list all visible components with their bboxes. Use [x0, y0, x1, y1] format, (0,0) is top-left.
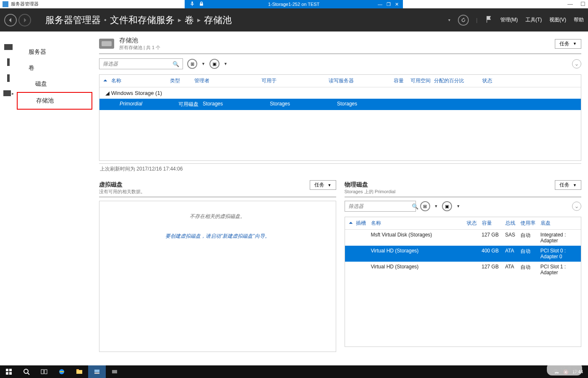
pdisk-save-button[interactable]: ▣	[442, 201, 452, 211]
svg-rect-6	[41, 370, 44, 374]
pool-header: 存储池 所有存储池 | 共 1 个 任务▼	[99, 37, 581, 54]
svg-line-5	[28, 373, 29, 375]
menu-help[interactable]: 帮助	[574, 16, 584, 24]
sidebar-item-disks[interactable]: 磁盘	[17, 76, 92, 92]
vdisk-empty-area: 不存在相关的虚拟磁盘。 要创建虚拟磁盘，请启动"新建虚拟磁盘"向导。	[99, 201, 336, 352]
sidebar: 服务器 卷 磁盘 存储池	[17, 32, 92, 368]
sidebar-item-servers[interactable]: 服务器	[17, 44, 92, 60]
pool-filter-field[interactable]	[103, 61, 172, 67]
search-icon[interactable]: 🔍	[412, 203, 418, 210]
window-maximize[interactable]: ☐	[580, 1, 585, 7]
pdisk-table: ⏶ 插槽 名称 状态 容量 总线 使用率 底盘 Msft Virtual Dis…	[345, 217, 582, 347]
col-slot[interactable]: 插槽	[356, 220, 371, 227]
svg-rect-12	[94, 373, 99, 374]
col-capacity[interactable]: 容量	[482, 220, 505, 227]
pool-filter-input[interactable]: 🔍	[99, 58, 183, 69]
pin-icon[interactable]	[190, 1, 195, 7]
window-minimize[interactable]: —	[567, 1, 573, 7]
breadcrumb-item[interactable]: 卷	[185, 14, 194, 26]
nav-back-button[interactable]	[4, 14, 17, 26]
taskbar: 🖧 🔇 17:44	[0, 365, 588, 378]
start-button[interactable]	[0, 365, 18, 378]
lock-icon[interactable]	[199, 1, 204, 7]
strip-volumes-icon[interactable]	[7, 74, 10, 82]
col-available-to[interactable]: 可用于	[261, 77, 329, 84]
col-allocated-pct[interactable]: 分配的百分比	[434, 77, 482, 84]
notifications-flag-icon[interactable]	[485, 16, 493, 24]
vdisk-wizard-link[interactable]: 要创建虚拟磁盘，请启动"新建虚拟磁盘"向导。	[108, 233, 327, 240]
col-manager[interactable]: 管理者	[194, 77, 261, 84]
menu-view[interactable]: 视图(V)	[549, 16, 566, 24]
refresh-button[interactable]	[458, 15, 469, 26]
ie-taskbar-icon[interactable]	[53, 365, 71, 378]
vm-close-icon[interactable]: ✕	[395, 2, 399, 7]
col-free[interactable]: 可用空间	[410, 77, 434, 84]
col-chassis[interactable]: 底盘	[541, 220, 578, 227]
search-icon[interactable]: 🔍	[172, 61, 179, 67]
col-capacity[interactable]: 容量	[394, 77, 410, 84]
col-rw-server[interactable]: 读写服务器	[329, 77, 394, 84]
breadcrumb-dropdown[interactable]: ▾	[448, 18, 450, 22]
header: 服务器管理器• 文件和存储服务▸ 卷▸ 存储池 ▾ | 管理(M) 工具(T) …	[0, 8, 588, 32]
pool-table: ⏶ 名称 类型 管理者 可用于 读写服务器 容量 可用空间 分配的百分比 状态 …	[99, 74, 581, 161]
nav-forward-button[interactable]	[18, 14, 31, 26]
pdisk-table-header: ⏶ 插槽 名称 状态 容量 总线 使用率 底盘	[345, 217, 581, 230]
sort-icon[interactable]: ⏶	[348, 220, 356, 227]
svg-rect-11	[94, 370, 99, 372]
pool-group-header[interactable]: ◢ Windows Storage (1)	[99, 87, 581, 99]
col-name[interactable]: 名称	[371, 220, 467, 227]
cloud-icon: ☁	[551, 365, 559, 374]
svg-rect-0	[6, 369, 8, 371]
strip-dashboard-icon[interactable]	[4, 44, 13, 50]
strip-caret-icon[interactable]: ▸	[12, 91, 14, 96]
sidebar-item-storage-pools[interactable]: 存储池	[17, 92, 92, 110]
server-manager-taskbar-icon[interactable]	[88, 365, 106, 378]
pdisk-row[interactable]: Msft Virtual Disk (Storages)127 GBSAS自动I…	[345, 230, 581, 246]
vm-restore-icon[interactable]: ❐	[387, 2, 391, 7]
pdisk-filter-field[interactable]	[348, 203, 412, 209]
pdisk-subtitle: Storages 上的 Primordial	[345, 189, 396, 195]
col-bus[interactable]: 总线	[505, 220, 520, 227]
pool-expand-button[interactable]: ⌵	[572, 59, 581, 68]
pdisk-tasks-button[interactable]: 任务▼	[555, 180, 581, 190]
icon-strip: ▸	[0, 32, 17, 368]
watermark: ☁ 亿速云	[547, 363, 582, 375]
explorer-taskbar-icon[interactable]	[71, 365, 88, 378]
col-status[interactable]: 状态	[482, 77, 507, 84]
col-type[interactable]: 类型	[170, 77, 194, 84]
sidebar-item-volumes[interactable]: 卷	[17, 60, 92, 76]
pool-view-button[interactable]: ⊞	[187, 59, 197, 69]
pool-row[interactable]: Primordial 可用磁盘 Storages Storages Storag…	[99, 99, 581, 110]
vdisk-tasks-button[interactable]: 任务▼	[310, 180, 336, 190]
vdisk-empty-message: 不存在相关的虚拟磁盘。	[108, 213, 327, 220]
pdisk-row[interactable]: Virtual HD (Storages)400 GBATA自动PCI Slot…	[345, 246, 581, 262]
pdisk-expand-button[interactable]: ⌵	[572, 202, 581, 211]
pdisk-row[interactable]: Virtual HD (Storages)127 GBATA自动PCI Slot…	[345, 262, 581, 278]
vm-minimize-icon[interactable]: —	[378, 2, 382, 7]
strip-servers-icon[interactable]	[7, 58, 10, 66]
svg-rect-1	[9, 369, 12, 371]
task-view-button[interactable]	[35, 365, 53, 378]
breadcrumb-item[interactable]: 存储池	[204, 14, 232, 26]
breadcrumb-item[interactable]: 文件和存储服务	[110, 14, 175, 26]
pdisk-title: 物理磁盘	[345, 181, 396, 189]
pool-tasks-button[interactable]: 任务▼	[555, 39, 581, 49]
svg-rect-3	[9, 372, 12, 375]
col-usage[interactable]: 使用率	[520, 220, 541, 227]
pdisk-view-button[interactable]: ⊞	[420, 201, 430, 211]
pool-save-button[interactable]: ▣	[209, 59, 220, 69]
strip-storage-icon[interactable]	[3, 90, 11, 96]
svg-rect-10	[76, 369, 79, 370]
vdisk-title: 虚拟磁盘	[99, 181, 145, 189]
breadcrumb-item[interactable]: 服务器管理器	[45, 14, 101, 26]
pdisk-filter-input[interactable]: 🔍	[345, 201, 416, 212]
col-name[interactable]: 名称	[111, 77, 170, 84]
svg-rect-7	[44, 370, 47, 374]
sort-icon[interactable]: ⏶	[103, 77, 111, 84]
app-taskbar-icon[interactable]	[106, 365, 123, 378]
menu-tools[interactable]: 工具(T)	[525, 16, 542, 24]
vdisk-subtitle: 没有可用的相关数据。	[99, 189, 145, 195]
search-button[interactable]	[18, 365, 35, 378]
col-status[interactable]: 状态	[467, 220, 482, 227]
menu-manage[interactable]: 管理(M)	[500, 16, 518, 24]
